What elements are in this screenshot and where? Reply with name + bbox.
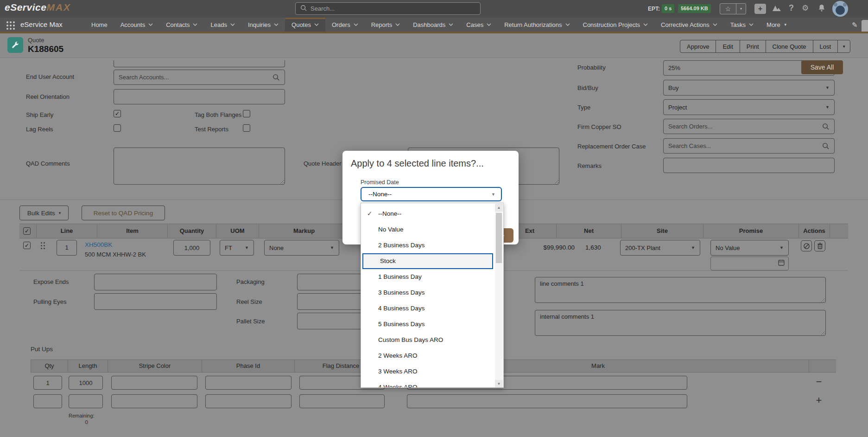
dropdown-option-2-business-days[interactable]: 2 Business Days bbox=[361, 238, 495, 253]
pulling-eyes-input[interactable] bbox=[94, 293, 217, 310]
item-code-link[interactable]: XH500BK bbox=[85, 241, 112, 248]
clipped-field-sliver[interactable] bbox=[114, 60, 285, 67]
tab-construction-projects[interactable]: Construction Projects bbox=[577, 18, 655, 32]
line-number-box[interactable]: 1 bbox=[57, 240, 77, 256]
tab-leads[interactable]: Leads bbox=[204, 18, 241, 32]
dropdown-option-2-weeks-aro[interactable]: 2 Weeks ARO bbox=[361, 348, 495, 364]
expose-ends-input[interactable] bbox=[94, 274, 217, 290]
lost-button[interactable]: Lost bbox=[813, 40, 838, 53]
type-select[interactable]: Project▼ bbox=[663, 99, 835, 115]
scrollbar[interactable]: ▲ ▼ bbox=[495, 204, 503, 388]
test-reports-checkbox[interactable] bbox=[243, 124, 250, 132]
gear-icon[interactable]: ⚙ bbox=[802, 3, 809, 13]
clone-quote-button[interactable]: Clone Quote bbox=[766, 40, 813, 53]
dropdown-option-custom-bus-days-aro[interactable]: Custom Bus Days ARO bbox=[361, 332, 495, 348]
dropdown-option-4-business-days[interactable]: 4 Business Days bbox=[361, 301, 495, 316]
putups-header-qty: Qty bbox=[31, 360, 68, 372]
approve-button[interactable]: Approve bbox=[680, 40, 716, 53]
firm-copper-so-input[interactable] bbox=[663, 119, 835, 134]
help-question-icon[interactable]: ? bbox=[789, 3, 794, 13]
select-all-checkbox[interactable] bbox=[23, 227, 31, 235]
row-select-checkbox[interactable] bbox=[23, 242, 31, 249]
promise-date-input[interactable] bbox=[710, 257, 789, 270]
lag-reels-checkbox[interactable] bbox=[114, 124, 121, 132]
uom-select[interactable]: FT▼ bbox=[220, 240, 254, 256]
replacement-order-case-input[interactable] bbox=[663, 138, 835, 154]
dropdown-option-5-business-days[interactable]: 5 Business Days bbox=[361, 316, 495, 332]
bulk-edits-button[interactable]: Bulk Edits▾ bbox=[19, 206, 69, 220]
scroll-up-arrow-icon[interactable]: ▲ bbox=[495, 204, 503, 212]
dropdown-option-4-weeks-aro[interactable]: 4 Weeks ARO bbox=[361, 379, 495, 388]
putups-qty-input[interactable] bbox=[33, 376, 62, 390]
dropdown-option-3-weeks-aro[interactable]: 3 Weeks ARO bbox=[361, 364, 495, 379]
dropdown-option-no-value[interactable]: No Value bbox=[361, 222, 495, 238]
global-search-input[interactable] bbox=[310, 5, 475, 12]
tab-contacts[interactable]: Contacts bbox=[159, 18, 204, 32]
ship-early-checkbox[interactable] bbox=[114, 110, 121, 117]
avatar[interactable] bbox=[832, 1, 848, 17]
site-select[interactable]: 200-TX Plant▼ bbox=[620, 240, 700, 256]
replacement-order-case-label: Replacement Order Case bbox=[577, 143, 646, 150]
markup-select[interactable]: None▼ bbox=[264, 240, 339, 256]
slash-circle-icon-button[interactable] bbox=[801, 240, 812, 251]
tab-quotes[interactable]: Quotes bbox=[285, 18, 325, 32]
putups-length-input[interactable] bbox=[69, 376, 103, 390]
putups-length-input[interactable] bbox=[69, 394, 103, 408]
tab-inquiries[interactable]: Inquiries bbox=[241, 18, 285, 32]
trash-icon-button[interactable] bbox=[814, 240, 825, 251]
scroll-down-arrow-icon[interactable]: ▼ bbox=[495, 380, 503, 388]
scrollbar-thumb[interactable] bbox=[496, 213, 502, 263]
entity-label: Quote bbox=[28, 37, 44, 44]
tab-corrective-actions[interactable]: Corrective Actions bbox=[654, 18, 724, 32]
bell-icon[interactable] bbox=[817, 4, 826, 14]
tab-label: Inquiries bbox=[248, 21, 271, 28]
save-all-button[interactable]: Save All bbox=[801, 60, 843, 74]
dropdown-option-3-business-days[interactable]: 3 Business Days bbox=[361, 285, 495, 301]
bid-buy-select[interactable]: Buy▼ bbox=[663, 80, 835, 96]
promised-date-select[interactable]: --None-- ▼ bbox=[361, 187, 502, 201]
reel-orientation-input[interactable] bbox=[114, 89, 285, 104]
end-user-account-input[interactable] bbox=[114, 70, 285, 85]
tab-cases[interactable]: Cases bbox=[460, 18, 498, 32]
tab-accounts[interactable]: Accounts bbox=[114, 18, 159, 32]
tab-orders[interactable]: Orders bbox=[325, 18, 365, 32]
promise-select[interactable]: No Value▼ bbox=[710, 240, 789, 256]
tab-home[interactable]: Home bbox=[85, 18, 114, 32]
edit-button[interactable]: Edit bbox=[716, 40, 740, 53]
line-comments-textarea[interactable]: line comments 1 bbox=[535, 277, 826, 303]
drag-handle-icon[interactable] bbox=[41, 242, 42, 244]
remove-putup-row-button[interactable]: − bbox=[812, 375, 826, 389]
global-search[interactable] bbox=[295, 2, 481, 15]
quick-add-plus-icon[interactable]: + bbox=[754, 4, 766, 14]
dropdown-option-none[interactable]: ✓--None-- bbox=[361, 206, 495, 222]
qad-comments-textarea[interactable] bbox=[114, 148, 285, 185]
putups-flag-distance-input[interactable] bbox=[299, 394, 385, 408]
remarks-input[interactable] bbox=[663, 158, 835, 173]
putups-mark-input[interactable] bbox=[407, 394, 687, 408]
add-putup-row-button[interactable]: + bbox=[812, 393, 826, 407]
trailhead-mountain-icon[interactable] bbox=[771, 4, 782, 15]
print-button[interactable]: Print bbox=[740, 40, 766, 53]
putups-qty-input[interactable] bbox=[33, 394, 62, 408]
internal-comments-textarea[interactable]: internal comments 1 bbox=[535, 310, 826, 336]
edit-pencil-icon[interactable]: ✎ bbox=[852, 21, 858, 29]
favorite-star-button[interactable]: ☆ bbox=[720, 3, 736, 14]
putups-stripe-color-input[interactable] bbox=[111, 376, 197, 390]
dropdown-option-stock[interactable]: Stock bbox=[362, 253, 493, 269]
tab-reports[interactable]: Reports bbox=[365, 18, 407, 32]
avatar-ear bbox=[834, 3, 837, 6]
reset-to-qad-pricing-button[interactable]: Reset to QAD Pricing bbox=[82, 206, 165, 220]
more-actions-caret-button[interactable]: ▼ bbox=[837, 40, 850, 53]
tab-dashboards[interactable]: Dashboards bbox=[406, 18, 460, 32]
tab-tasks[interactable]: Tasks bbox=[724, 18, 760, 32]
dropdown-option-1-business-day[interactable]: 1 Business Day bbox=[361, 269, 495, 285]
tag-both-flanges-checkbox[interactable] bbox=[243, 110, 250, 117]
quantity-input[interactable] bbox=[173, 240, 210, 256]
tab-return-authorizations[interactable]: Return Authorizations bbox=[498, 18, 576, 32]
app-launcher-waffle-icon[interactable] bbox=[6, 21, 8, 23]
putups-phase-id-input[interactable] bbox=[205, 376, 291, 390]
favorite-caret-button[interactable]: ▾ bbox=[736, 3, 746, 14]
tab-more[interactable]: More▼ bbox=[760, 18, 794, 32]
putups-phase-id-input[interactable] bbox=[205, 394, 291, 408]
putups-stripe-color-input[interactable] bbox=[111, 394, 197, 408]
